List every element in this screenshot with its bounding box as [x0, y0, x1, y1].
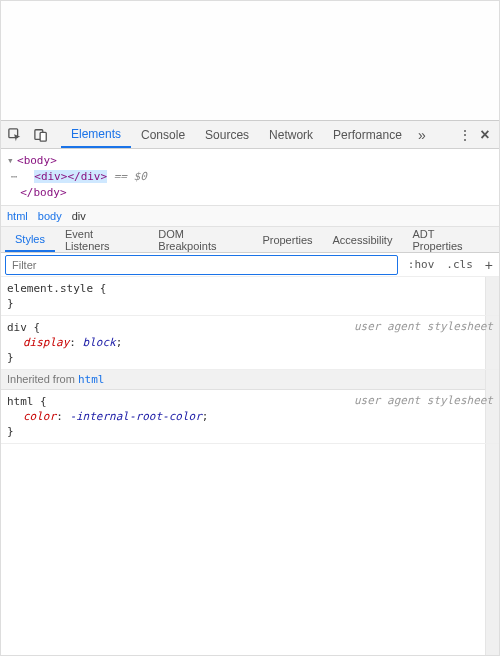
ua-stylesheet-note: user agent stylesheet — [354, 319, 493, 334]
subtab-properties[interactable]: Properties — [252, 227, 322, 252]
breadcrumb-html[interactable]: html — [7, 210, 28, 222]
breadcrumb-div[interactable]: div — [72, 210, 86, 222]
rendered-page-area — [1, 1, 499, 121]
inspect-element-icon[interactable] — [5, 125, 25, 145]
rule-div[interactable]: user agent stylesheet div { display: blo… — [1, 316, 499, 370]
tab-console[interactable]: Console — [131, 121, 195, 148]
dom-node-div-selected[interactable]: ⋯ <div></div> == $0 — [7, 169, 493, 185]
selector-text: div — [7, 321, 27, 334]
selector-text: html — [7, 395, 34, 408]
inherited-from-header: Inherited from html — [1, 370, 499, 390]
selector-text: element.style — [7, 282, 93, 295]
tabs-overflow-icon[interactable]: » — [412, 125, 432, 145]
declaration[interactable]: display: block; — [7, 335, 493, 350]
tab-network[interactable]: Network — [259, 121, 323, 148]
ua-stylesheet-note: user agent stylesheet — [354, 393, 493, 408]
subtab-adt-properties[interactable]: ADT Properties — [402, 227, 495, 252]
subtab-accessibility[interactable]: Accessibility — [323, 227, 403, 252]
rule-element-style[interactable]: element.style { } — [1, 277, 499, 316]
declaration[interactable]: color: -internal-root-color; — [7, 409, 493, 424]
tab-sources[interactable]: Sources — [195, 121, 259, 148]
styles-filter-input[interactable] — [5, 255, 398, 275]
svg-rect-2 — [40, 132, 46, 141]
breadcrumb-body[interactable]: body — [38, 210, 62, 222]
dom-tree[interactable]: ▾<body> ⋯ <div></div> == $0 </body> — [1, 149, 499, 205]
styles-subtabs: Styles Event Listeners DOM Breakpoints P… — [1, 227, 499, 253]
subtab-dom-breakpoints[interactable]: DOM Breakpoints — [148, 227, 252, 252]
subtab-styles[interactable]: Styles — [5, 227, 55, 252]
subtab-event-listeners[interactable]: Event Listeners — [55, 227, 148, 252]
kebab-menu-icon[interactable]: ⋮ — [455, 125, 475, 145]
devtools-window: Elements Console Sources Network Perform… — [0, 0, 500, 656]
breadcrumb: html body div — [1, 205, 499, 227]
dom-node-body-open[interactable]: ▾<body> — [7, 153, 493, 169]
device-toggle-icon[interactable] — [31, 125, 51, 145]
new-style-rule-icon[interactable]: + — [479, 257, 499, 273]
cls-toggle[interactable]: .cls — [440, 258, 479, 271]
main-tabs: Elements Console Sources Network Perform… — [61, 121, 412, 148]
dom-node-body-close[interactable]: </body> — [7, 185, 493, 201]
inherited-from-element[interactable]: html — [78, 373, 105, 386]
styles-filter-row: :hov .cls + — [1, 253, 499, 277]
hover-toggle[interactable]: :hov — [402, 258, 441, 271]
tab-performance[interactable]: Performance — [323, 121, 412, 148]
styles-pane: element.style { } user agent stylesheet … — [1, 277, 499, 655]
devtools-toolbar: Elements Console Sources Network Perform… — [1, 121, 499, 149]
rule-html[interactable]: user agent stylesheet html { color: -int… — [1, 390, 499, 444]
close-devtools-icon[interactable]: × — [475, 125, 495, 145]
tab-elements[interactable]: Elements — [61, 121, 131, 148]
